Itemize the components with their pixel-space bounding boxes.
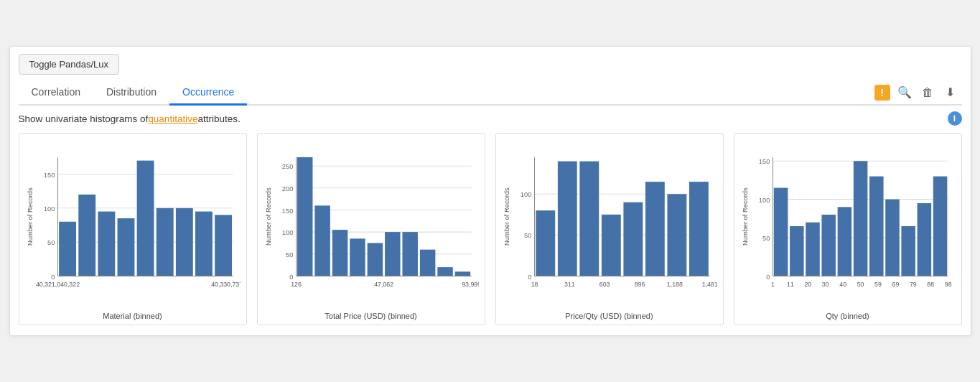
svg-text:18: 18 xyxy=(531,281,538,288)
svg-text:50: 50 xyxy=(524,232,531,239)
description-highlight[interactable]: quantitative xyxy=(148,113,197,124)
bar xyxy=(917,203,931,276)
bar xyxy=(773,188,788,276)
description-suffix: attributes. xyxy=(197,113,240,124)
svg-text:0: 0 xyxy=(528,274,531,281)
svg-text:88: 88 xyxy=(927,281,934,288)
svg-text:Number of Records: Number of Records xyxy=(265,187,272,246)
svg-text:896: 896 xyxy=(634,281,645,288)
svg-text:20: 20 xyxy=(804,281,811,288)
svg-text:0: 0 xyxy=(51,274,55,281)
svg-text:47,062: 47,062 xyxy=(374,281,393,288)
svg-text:0: 0 xyxy=(766,274,770,281)
svg-text:50: 50 xyxy=(47,239,55,246)
svg-text:1,188: 1,188 xyxy=(666,281,682,288)
bar xyxy=(601,215,620,276)
svg-text:30: 30 xyxy=(821,281,829,288)
chart-xlabel-qty: Qty (binned) xyxy=(740,312,956,320)
search-icon[interactable]: 🔍 xyxy=(896,84,913,101)
svg-text:0: 0 xyxy=(289,274,293,281)
svg-text:100: 100 xyxy=(520,191,531,198)
bar xyxy=(437,267,452,276)
tab-occurrence[interactable]: Occurrence xyxy=(169,80,247,106)
bar xyxy=(156,208,173,276)
bar xyxy=(78,195,95,276)
chart-svg-qty: 050100150111203040505969798898Number of … xyxy=(740,138,956,310)
bar xyxy=(385,232,400,276)
svg-text:50: 50 xyxy=(286,251,293,258)
chart-area-total-price: 05010015020025012647,06293,999Number of … xyxy=(263,138,479,310)
svg-text:69: 69 xyxy=(892,281,899,288)
chart-card-material: 05010015040,321,040,32240,330,737,617Num… xyxy=(19,133,247,325)
bar xyxy=(667,194,686,276)
svg-text:1,481: 1,481 xyxy=(701,281,717,288)
bar xyxy=(557,162,577,276)
bar xyxy=(367,243,382,276)
svg-text:40,330,737,617: 40,330,737,617 xyxy=(211,281,241,288)
svg-text:200: 200 xyxy=(281,185,293,192)
svg-text:98: 98 xyxy=(944,281,951,288)
chart-area-qty: 050100150111203040505969798898Number of … xyxy=(740,138,956,310)
charts-row: 05010015040,321,040,32240,330,737,617Num… xyxy=(19,133,962,325)
bar xyxy=(885,200,900,276)
bar xyxy=(136,161,154,276)
chart-svg-total-price: 05010015020025012647,06293,999Number of … xyxy=(263,138,479,310)
chart-card-qty: 050100150111203040505969798898Number of … xyxy=(734,133,962,325)
bar xyxy=(175,208,192,276)
warning-icon[interactable]: ! xyxy=(874,85,890,101)
chart-area-price-qty: 050100183116038961,1881,481Number of Rec… xyxy=(502,138,717,310)
bar xyxy=(536,210,555,276)
chart-xlabel-price-qty: Price/Qty (USD) (binned) xyxy=(502,312,717,320)
chart-xlabel-total-price: Total Price (USD) (binned) xyxy=(263,312,479,320)
svg-text:40: 40 xyxy=(839,281,846,288)
svg-text:150: 150 xyxy=(43,172,55,179)
tab-row: Correlation Distribution Occurrence ! 🔍 … xyxy=(19,80,962,106)
bar xyxy=(98,212,115,276)
bar xyxy=(402,232,417,276)
bar xyxy=(419,250,434,276)
info-icon[interactable]: i xyxy=(948,111,962,126)
bar xyxy=(59,222,76,276)
tab-distribution[interactable]: Distribution xyxy=(93,80,169,106)
svg-text:59: 59 xyxy=(874,281,882,288)
bar xyxy=(933,177,947,276)
tab-correlation[interactable]: Correlation xyxy=(19,80,93,106)
bar xyxy=(117,218,134,276)
bar xyxy=(297,157,312,276)
tab-icons: ! 🔍 🗑 ⬇ xyxy=(874,84,962,101)
svg-text:79: 79 xyxy=(909,281,916,288)
bar xyxy=(806,223,820,276)
svg-text:1: 1 xyxy=(771,281,775,288)
svg-text:Number of Records: Number of Records xyxy=(742,187,749,246)
bar xyxy=(689,182,708,276)
download-icon[interactable]: ⬇ xyxy=(942,84,959,101)
trash-icon[interactable]: 🗑 xyxy=(919,84,936,101)
chart-svg-material: 05010015040,321,040,32240,330,737,617Num… xyxy=(25,138,241,310)
bar xyxy=(314,205,330,276)
bar xyxy=(901,226,915,276)
bar xyxy=(645,182,664,276)
bar xyxy=(821,215,836,276)
svg-text:50: 50 xyxy=(762,235,770,242)
svg-text:40,321,040,322: 40,321,040,322 xyxy=(35,281,79,288)
svg-text:100: 100 xyxy=(281,229,293,236)
description-row: Show univariate histograms of quantitati… xyxy=(19,111,962,126)
svg-text:100: 100 xyxy=(758,197,770,204)
svg-text:11: 11 xyxy=(787,281,794,288)
chart-xlabel-material: Material (binned) xyxy=(25,312,241,320)
bar xyxy=(350,238,365,276)
bar xyxy=(215,215,232,276)
bar xyxy=(332,230,347,276)
svg-text:603: 603 xyxy=(599,281,610,288)
toggle-button[interactable]: Toggle Pandas/Lux xyxy=(19,54,120,75)
chart-svg-price-qty: 050100183116038961,1881,481Number of Rec… xyxy=(502,138,717,310)
bar xyxy=(195,212,213,276)
bar xyxy=(454,271,470,276)
svg-text:Number of Records: Number of Records xyxy=(27,187,34,246)
description-prefix: Show univariate histograms of xyxy=(19,113,149,124)
bar xyxy=(623,202,643,276)
chart-area-material: 05010015040,321,040,32240,330,737,617Num… xyxy=(25,138,241,310)
svg-text:150: 150 xyxy=(281,208,293,215)
bar xyxy=(837,207,851,276)
svg-text:50: 50 xyxy=(857,281,864,288)
